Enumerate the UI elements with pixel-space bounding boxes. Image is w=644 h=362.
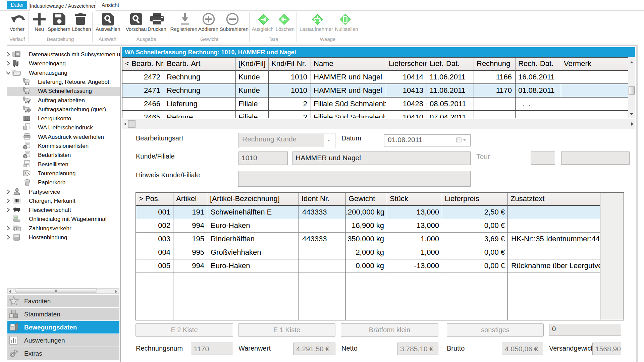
svg-text:?: ? xyxy=(24,145,26,149)
svg-text:?: ? xyxy=(24,155,26,158)
